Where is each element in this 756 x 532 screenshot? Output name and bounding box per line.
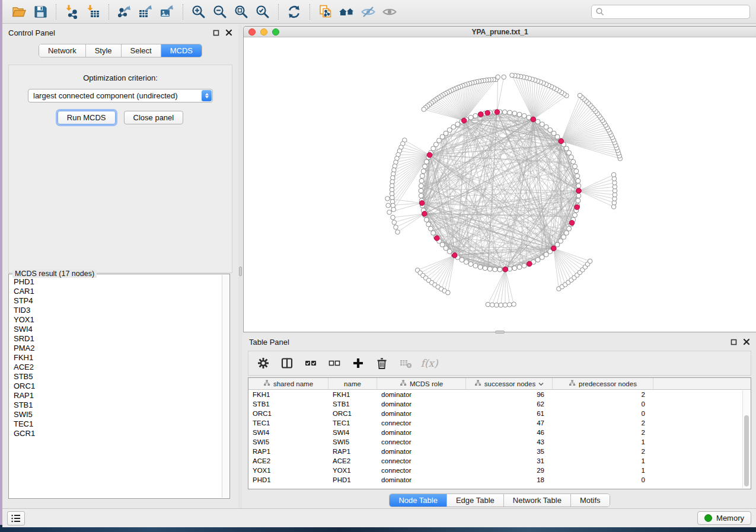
search-input[interactable] [604, 7, 746, 17]
table-cell[interactable]: ORC1 [248, 410, 328, 417]
mcds-node-item[interactable]: ACE2 [14, 363, 222, 372]
show-panels-list-button[interactable] [7, 511, 25, 525]
delete-column-icon[interactable] [373, 354, 391, 372]
table-cell[interactable]: 0 [553, 410, 653, 417]
tab-node-table[interactable]: Node Table [390, 494, 447, 507]
table-cell[interactable]: dominator [377, 391, 466, 398]
mcds-node-item[interactable]: STB5 [14, 372, 222, 382]
mcds-list-scrollbar[interactable] [222, 275, 229, 498]
table-cell[interactable]: 1 [553, 467, 653, 474]
table-cell[interactable]: 0 [553, 476, 653, 483]
window-zoom-button[interactable] [272, 28, 279, 36]
table-scrollbar[interactable] [742, 390, 750, 488]
table-cell[interactable]: 46 [466, 429, 553, 436]
memory-button[interactable]: Memory [697, 511, 751, 525]
column-header-successor-nodes[interactable]: successor nodes [466, 378, 553, 389]
table-cell[interactable]: 1 [553, 457, 653, 464]
table-cell[interactable]: 1 [553, 438, 653, 446]
column-header-mcds-role[interactable]: MCDS role [377, 378, 466, 389]
table-cell[interactable]: ACE2 [328, 457, 377, 464]
close-panel-button[interactable]: Close panel [124, 111, 184, 124]
sort-chevron-icon[interactable] [538, 380, 544, 387]
open-file-icon[interactable] [8, 2, 30, 21]
table-cell[interactable]: 43 [466, 438, 553, 446]
export-image-icon[interactable] [157, 2, 178, 21]
table-cell[interactable]: 2 [553, 391, 653, 398]
table-row[interactable]: SWI5SWI5connector431 [248, 437, 751, 447]
mcds-node-item[interactable]: PMA2 [14, 344, 222, 353]
table-cell[interactable]: 2 [553, 448, 653, 455]
zoom-fit-icon[interactable] [231, 2, 252, 21]
table-row[interactable]: YOX1YOX1connector291 [248, 466, 751, 475]
export-network-icon[interactable] [114, 2, 135, 21]
table-cell[interactable]: 61 [466, 410, 553, 417]
mcds-node-item[interactable]: ORC1 [14, 382, 222, 391]
table-row[interactable]: TEC1TEC1connector472 [248, 418, 751, 428]
table-cell[interactable]: 2 [553, 419, 653, 427]
table-cell[interactable]: ORC1 [328, 410, 377, 417]
table-row[interactable]: RAP1RAP1dominator352 [248, 447, 751, 456]
table-cell[interactable]: connector [377, 438, 466, 446]
mcds-node-item[interactable]: GCR1 [14, 429, 222, 438]
table-cell[interactable]: TEC1 [328, 419, 377, 427]
network-canvas[interactable] [244, 38, 756, 332]
table-settings-icon[interactable] [254, 354, 272, 372]
mcds-node-item[interactable]: TEC1 [14, 419, 222, 429]
scrollbar-thumb[interactable] [744, 415, 749, 486]
table-cell[interactable]: STB1 [328, 400, 377, 408]
mcds-node-item[interactable]: YOX1 [14, 315, 222, 325]
column-header-shared-name[interactable]: shared name [248, 378, 328, 389]
tab-network[interactable]: Network [39, 44, 86, 57]
table-cell[interactable]: YOX1 [248, 467, 328, 474]
mcds-node-item[interactable]: STP4 [14, 296, 222, 306]
table-cell[interactable]: connector [377, 457, 466, 464]
mcds-node-item[interactable]: TID3 [14, 306, 222, 315]
duplicate-network-icon[interactable] [315, 2, 336, 21]
table-row[interactable]: ACE2ACE2connector311 [248, 456, 751, 466]
table-cell[interactable]: 31 [466, 457, 553, 464]
network-window-titlebar[interactable]: YPA_prune.txt_1 [244, 27, 756, 37]
mcds-node-item[interactable]: RAP1 [14, 391, 222, 400]
table-cell[interactable]: RAP1 [248, 448, 328, 455]
mcds-node-item[interactable]: CAR1 [14, 287, 222, 296]
table-cell[interactable]: dominator [377, 448, 466, 455]
tab-motifs[interactable]: Motifs [571, 494, 610, 507]
table-cell[interactable]: 96 [466, 391, 553, 398]
table-cell[interactable]: SWI5 [248, 438, 328, 446]
window-minimize-button[interactable] [260, 28, 267, 36]
table-row[interactable]: PHD1PHD1dominator180 [248, 475, 751, 485]
deselect-all-icon[interactable] [326, 354, 343, 372]
table-cell[interactable]: 47 [466, 419, 553, 427]
vertical-splitter[interactable] [238, 25, 242, 508]
zoom-out-icon[interactable] [209, 2, 231, 21]
table-row[interactable]: STB1STB1dominator620 [248, 399, 751, 409]
import-network-icon[interactable] [61, 2, 82, 21]
float-panel-icon[interactable] [213, 30, 219, 36]
mcds-node-item[interactable]: SWI4 [14, 325, 222, 334]
table-cell[interactable]: SWI4 [328, 429, 377, 436]
column-layout-icon[interactable] [278, 354, 296, 372]
table-cell[interactable]: 0 [553, 400, 653, 408]
table-row[interactable]: FKH1FKH1dominator962 [248, 390, 751, 399]
network-graph[interactable] [244, 38, 756, 332]
table-cell[interactable]: RAP1 [328, 448, 377, 455]
select-all-icon[interactable] [302, 354, 320, 372]
table-cell[interactable]: dominator [377, 400, 466, 408]
table-cell[interactable]: 18 [466, 476, 553, 483]
hide-selected-icon[interactable] [358, 2, 379, 21]
table-cell[interactable]: TEC1 [248, 419, 328, 427]
table-cell[interactable]: STB1 [248, 400, 328, 408]
table-cell[interactable]: connector [377, 467, 466, 474]
table-cell[interactable]: 62 [466, 400, 553, 408]
table-cell[interactable]: FKH1 [328, 391, 377, 398]
table-cell[interactable]: 29 [466, 467, 553, 474]
table-cell[interactable]: 2 [553, 429, 653, 436]
horizontal-splitter-grip[interactable] [495, 331, 505, 334]
mcds-node-item[interactable]: FKH1 [14, 353, 222, 363]
zoom-in-icon[interactable] [188, 2, 209, 21]
mcds-node-item[interactable]: STB1 [14, 400, 222, 410]
table-cell[interactable]: SWI5 [328, 438, 377, 446]
export-table-icon[interactable] [135, 2, 157, 21]
table-cell[interactable]: dominator [377, 476, 466, 483]
table-cell[interactable]: FKH1 [248, 391, 328, 398]
